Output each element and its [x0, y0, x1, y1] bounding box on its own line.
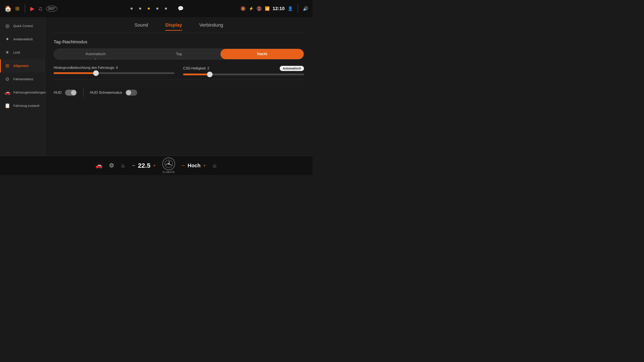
profile-icon[interactable]: 👤: [288, 6, 293, 11]
slider-csd-fill: [183, 73, 210, 75]
time-display: 12:10: [273, 6, 285, 11]
quick-control-icon: ◎: [4, 23, 10, 29]
top-bar-left: 🏠 ⊞ ▶ ♫ 360°: [4, 4, 57, 13]
mode-automatisch-label: Automatisch: [86, 52, 106, 56]
top-bar: 🏠 ⊞ ▶ ♫ 360° 💬 🔕 ⚡ 📵 📶 12:10 👤 🔊: [0, 0, 312, 17]
toggles-row: HUD HUD Schneemodus: [54, 86, 304, 99]
bluetooth-icon: ⚡: [249, 6, 254, 11]
increase-fan-button[interactable]: +: [203, 163, 206, 168]
auto-badge: Automatisch: [280, 66, 304, 71]
sidebar-label-fahrzeugzustand: Fahrzeug-zustand: [13, 104, 39, 108]
increase-temp-button[interactable]: +: [153, 163, 156, 168]
section-title: Tag-/Nachtmodus: [54, 39, 304, 44]
sidebar-item-allgemein[interactable]: ⊞ Allgemein: [0, 59, 45, 72]
toggle-hud-thumb: [71, 90, 76, 95]
toggle-schneemodus-thumb: [126, 90, 131, 95]
mode-dot-automatisch: [94, 59, 96, 59]
fahrassistenz-icon: ⊙: [4, 76, 10, 82]
bottom-bar: 🚗 ⚙ ♨ − 22.5 + CLIMATE − Hoch + ♨: [0, 156, 312, 175]
view360-icon[interactable]: 360°: [46, 5, 57, 12]
toggle-hud[interactable]: [65, 90, 77, 96]
sidebar-item-fahrassistenz[interactable]: ⊙ Fahrassistenz: [0, 72, 45, 86]
volume-icon[interactable]: 🔊: [303, 6, 308, 11]
slider-hintergrund-label: Hintergrundbeleuchtung des Fahrzeugs: 4: [54, 66, 174, 70]
toggle-schneemodus[interactable]: [126, 90, 137, 96]
slider-hintergrund-track[interactable]: [54, 72, 174, 74]
climate-center[interactable]: CLIMATE: [162, 157, 175, 174]
mode-nacht[interactable]: Nacht: [220, 49, 304, 59]
top-bar-center: 💬: [57, 7, 240, 10]
mode-tag[interactable]: Tag: [137, 49, 220, 59]
content-area: Sound Display Verbindung Tag-/Nachtmodus…: [45, 17, 312, 156]
slider-hintergrund: Hintergrundbeleuchtung des Fahrzeugs: 4: [54, 66, 174, 75]
message-icon[interactable]: 💬: [178, 6, 184, 11]
slider-csd-thumb[interactable]: [207, 72, 212, 77]
mode-nacht-label: Nacht: [257, 52, 267, 56]
sidebar-label-allgemein: Allgemein: [13, 64, 29, 68]
licht-icon: ☀: [4, 50, 10, 55]
climate-wheel-button[interactable]: [162, 157, 175, 170]
fahrzeugeinstellungen-icon: 🚗: [4, 90, 10, 95]
slider-csd-label: CSD-Helligkeit: 2 Automatisch: [183, 66, 304, 71]
decrease-fan-button[interactable]: −: [182, 162, 185, 169]
mode-automatisch[interactable]: Automatisch: [54, 49, 137, 59]
dot-5: [165, 7, 167, 10]
sidebar-label-licht: Licht: [13, 50, 20, 55]
slider-csd: CSD-Helligkeit: 2 Automatisch: [183, 66, 304, 75]
top-divider: [25, 4, 25, 13]
ambientelicht-icon: ✦: [4, 36, 10, 42]
sidebar-item-fahrzeugeinstellungen[interactable]: 🚗 Fahrzeugeinstellungen: [0, 86, 45, 99]
seat-heat-left-icon[interactable]: ♨: [121, 163, 125, 169]
toggle-schneemodus-label: HUD Schneemodus: [90, 90, 122, 95]
decrease-temp-button[interactable]: −: [132, 162, 135, 169]
dot-3-active: [148, 7, 150, 10]
climate-label: CLIMATE: [162, 171, 175, 174]
mode-selector: Automatisch Tag Nacht: [54, 49, 304, 59]
dot-2: [139, 7, 141, 10]
tab-sound[interactable]: Sound: [134, 22, 148, 31]
top-bar-right: 🔕 ⚡ 📵 📶 12:10 👤 🔊: [240, 4, 308, 13]
car-bottom-icon[interactable]: 🚗: [96, 162, 102, 169]
music-icon[interactable]: ♫: [38, 5, 42, 12]
slider-hintergrund-thumb[interactable]: [93, 70, 99, 76]
toggle-divider: [83, 88, 84, 97]
dnd-icon: 🔕: [240, 6, 246, 11]
sidebar-item-ambientelicht[interactable]: ✦ Ambientelicht: [0, 32, 45, 46]
sidebar-item-licht[interactable]: ☀ Licht: [0, 46, 45, 59]
sidebar-label-ambientelicht: Ambientelicht: [13, 37, 33, 41]
home-icon[interactable]: 🏠: [4, 5, 12, 12]
apps-icon[interactable]: ⊞: [15, 5, 20, 11]
toggle-schneemodus-group: HUD Schneemodus: [90, 90, 137, 96]
toggle-hud-label: HUD: [54, 90, 62, 95]
sidebar-label-quick-control: Quick Control: [13, 24, 33, 28]
wifi-off-icon: 📵: [256, 6, 262, 11]
dot-1: [130, 7, 133, 10]
temp-value: 22.5: [138, 162, 150, 169]
mode-tag-label: Tag: [176, 52, 182, 56]
signal-icon: 📶: [265, 6, 270, 11]
fan-level-control: − Hoch +: [182, 162, 206, 169]
main-layout: ◎ Quick Control ✦ Ambientelicht ☀ Licht …: [0, 17, 312, 156]
fan-level-value: Hoch: [188, 163, 200, 169]
nav-icon[interactable]: ▶: [30, 5, 34, 12]
allgemein-icon: ⊞: [4, 63, 10, 69]
climate-fan-svg: [164, 160, 173, 168]
fahrzeugzustand-icon: 📋: [4, 103, 10, 108]
tab-verbindung[interactable]: Verbindung: [199, 22, 223, 31]
temperature-control: − 22.5 +: [132, 162, 156, 169]
sidebar: ◎ Quick Control ✦ Ambientelicht ☀ Licht …: [0, 17, 45, 156]
tab-bar: Sound Display Verbindung: [54, 17, 304, 33]
sidebar-label-fahrassistenz: Fahrassistenz: [13, 77, 33, 81]
sidebar-item-fahrzeugzustand[interactable]: 📋 Fahrzeug-zustand: [0, 99, 45, 112]
seat-heat-right-icon[interactable]: ♨: [212, 163, 217, 169]
fan-icon[interactable]: ⚙: [109, 162, 114, 169]
top-divider-right: [298, 4, 298, 13]
sidebar-label-fahrzeugeinstellungen: Fahrzeugeinstellungen: [13, 90, 46, 95]
slider-hintergrund-fill: [54, 72, 96, 74]
sliders-row: Hintergrundbeleuchtung des Fahrzeugs: 4 …: [54, 66, 304, 80]
slider-csd-track[interactable]: [183, 73, 304, 75]
toggle-hud-group: HUD: [54, 90, 77, 96]
sidebar-item-quick-control[interactable]: ◎ Quick Control: [0, 19, 45, 32]
tab-display[interactable]: Display: [165, 22, 182, 31]
dot-4: [156, 7, 158, 10]
